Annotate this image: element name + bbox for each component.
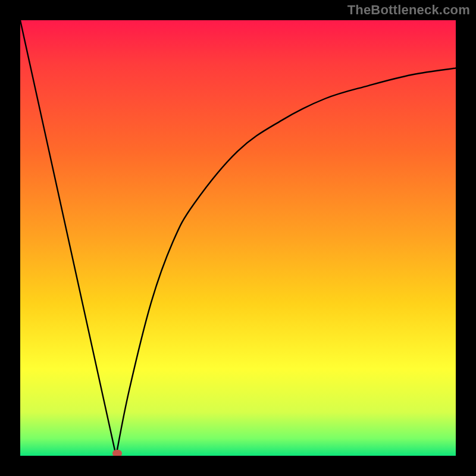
watermark-text: TheBottleneck.com	[347, 2, 470, 18]
curve-left	[20, 20, 116, 456]
min-marker-dot	[112, 450, 122, 456]
curve-right	[116, 68, 456, 456]
chart-frame: TheBottleneck.com	[0, 0, 476, 476]
curve-layer	[20, 20, 456, 456]
plot-area	[20, 20, 456, 456]
